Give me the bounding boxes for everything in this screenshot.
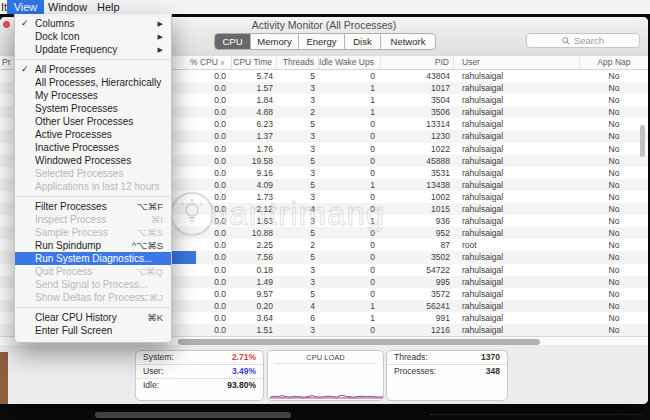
cell-pid: 45888	[381, 155, 454, 167]
search-placeholder: Search	[574, 35, 604, 46]
status-footer: System:2.71%User:3.49%Idle:93.80% CPU LO…	[0, 345, 648, 404]
menu-item-windowed-processes[interactable]: Windowed Processes	[15, 154, 171, 167]
menu-shortcut: ⌥⌘S	[136, 226, 163, 239]
menu-item-dock-icon[interactable]: Dock Icon▶	[15, 30, 171, 43]
tab-energy[interactable]: Energy	[299, 34, 345, 49]
cell-threads: 3	[277, 82, 319, 94]
cell-cpu-time: 4.09	[232, 179, 277, 191]
cell-cpu-time: 7.56	[232, 251, 277, 263]
menu-separator	[15, 304, 171, 311]
cell-threads: 5	[277, 288, 319, 300]
menu-item-sample-process: Sample Process⌥⌘S	[15, 226, 171, 239]
cell-app-nap: No	[580, 239, 648, 251]
cell-user: rahulsaigal	[454, 179, 580, 191]
vertical-scrollbar[interactable]	[640, 125, 646, 157]
cell-user: rahulsaigal	[454, 215, 580, 227]
cell-pid: 3506	[381, 106, 454, 118]
cell-user: rahulsaigal	[454, 203, 580, 215]
menu-item-system-processes[interactable]: System Processes	[15, 102, 171, 115]
cell-idle-wake-ups: 0	[319, 264, 381, 276]
cell-pid: 1230	[381, 130, 454, 142]
stat-label: Idle:	[143, 379, 159, 392]
cell-threads: 5	[277, 251, 319, 263]
cell-user: rahulsaigal	[454, 130, 580, 142]
cell-cpu-time: 6.23	[232, 118, 277, 130]
column-header-app-nap[interactable]: App Nap	[580, 56, 648, 69]
cell-idle-wake-ups: 1	[319, 179, 381, 191]
menu-item-all-processes[interactable]: ✓All Processes	[15, 63, 171, 76]
cell-cpu-time: 2.25	[232, 239, 277, 251]
partial-column-header: Pr	[2, 56, 11, 69]
menu-item-inspect-process: Inspect Process⌘I	[15, 213, 171, 226]
column-header-threads[interactable]: Threads	[277, 56, 319, 69]
close-button[interactable]	[3, 21, 10, 28]
cell-idle-wake-ups: 0	[319, 70, 381, 82]
stat-value: 2.71%	[232, 351, 256, 364]
menu-item-run-spindump[interactable]: Run Spindump^⌥⌘S	[15, 239, 171, 252]
cell-user: rahulsaigal	[454, 276, 580, 288]
search-input[interactable]: Search	[526, 33, 640, 48]
menu-item-all-processes-hierarchically[interactable]: All Processes, Hierarchically	[15, 76, 171, 89]
menu-item-my-processes[interactable]: My Processes	[15, 89, 171, 102]
tab-group: CPUMemoryEnergyDiskNetwork	[214, 33, 436, 50]
menu-item-run-system-diagnostics[interactable]: Run System Diagnostics...	[15, 252, 171, 265]
menu-item-update-frequency[interactable]: Update Frequency▶	[15, 43, 171, 56]
column-header-user[interactable]: User	[454, 56, 580, 69]
cell-threads: 3	[277, 324, 319, 336]
cell-cpu-time: 0.18	[232, 264, 277, 276]
tab-cpu[interactable]: CPU	[215, 34, 251, 49]
cell-app-nap: No	[580, 130, 648, 142]
column-header-pid[interactable]: PID	[381, 56, 454, 69]
cell-cpu-time: 1.73	[232, 191, 277, 203]
cell-cpu-time: 10.88	[232, 227, 277, 239]
menu-item-enter-full-screen[interactable]: Enter Full Screen	[15, 324, 171, 337]
cell-user: rahulsaigal	[454, 143, 580, 155]
menu-item-clear-cpu-history[interactable]: Clear CPU History⌘K	[15, 311, 171, 324]
menubar-item-help[interactable]: Help	[97, 0, 120, 14]
menu-item-filter-processes[interactable]: Filter Processes⌥⌘F	[15, 200, 171, 213]
cell-threads: 3	[277, 191, 319, 203]
column-header-cpu-time[interactable]: CPU Time	[232, 56, 277, 69]
tab-memory[interactable]: Memory	[251, 34, 299, 49]
stat-label: Processes:	[394, 365, 436, 378]
cell-idle-wake-ups: 0	[319, 167, 381, 179]
menu-item-columns[interactable]: ✓Columns▶	[15, 17, 171, 30]
cell-app-nap: No	[580, 70, 648, 82]
cell-idle-wake-ups: 0	[319, 239, 381, 251]
cell-idle-wake-ups: 0	[319, 276, 381, 288]
cell-pid: 13314	[381, 118, 454, 130]
cell-threads: 3	[277, 215, 319, 227]
menu-item-quit-process: Quit Process⌥⌘Q	[15, 265, 171, 278]
tab-network[interactable]: Network	[381, 34, 435, 49]
menu-item-inactive-processes[interactable]: Inactive Processes	[15, 141, 171, 154]
cpu-load-title: CPU LOAD	[274, 351, 377, 364]
horizontal-scrollbar-thumb[interactable]	[178, 339, 540, 345]
menu-shortcut: ^⌥⌘S	[132, 239, 163, 252]
menu-item-other-user-processes[interactable]: Other User Processes	[15, 115, 171, 128]
cell-idle-wake-ups: 0	[319, 191, 381, 203]
cell-user: rahulsaigal	[454, 251, 580, 263]
cell-app-nap: No	[580, 288, 648, 300]
submenu-arrow-icon: ▶	[158, 43, 163, 56]
menu-item-active-processes[interactable]: Active Processes	[15, 128, 171, 141]
cell-user: rahulsaigal	[454, 155, 580, 167]
cell-user: root	[454, 239, 580, 251]
desktop-texture	[430, 414, 644, 415]
background-window-sliver	[95, 412, 291, 418]
cell-app-nap: No	[580, 94, 648, 106]
cell-app-nap: No	[580, 106, 648, 118]
cell-idle-wake-ups: 0	[319, 203, 381, 215]
cell-app-nap: No	[580, 155, 648, 167]
cell-cpu-time: 1.57	[232, 82, 277, 94]
cell-cpu-time: 1.63	[232, 215, 277, 227]
cell-user: rahulsaigal	[454, 106, 580, 118]
tab-disk[interactable]: Disk	[345, 34, 381, 49]
stat-value: 3.49%	[232, 365, 256, 378]
column-header-idle-wake-ups[interactable]: Idle Wake Ups	[319, 56, 381, 69]
cell-pid: 3531	[381, 167, 454, 179]
view-menu: ✓Columns▶Dock Icon▶Update Frequency▶✓All…	[14, 14, 172, 343]
menubar-item-window[interactable]: Window	[48, 0, 87, 14]
cell-user: rahulsaigal	[454, 300, 580, 312]
menubar-item-view[interactable]: View	[7, 0, 44, 14]
cell-cpu-time: 1.84	[232, 94, 277, 106]
